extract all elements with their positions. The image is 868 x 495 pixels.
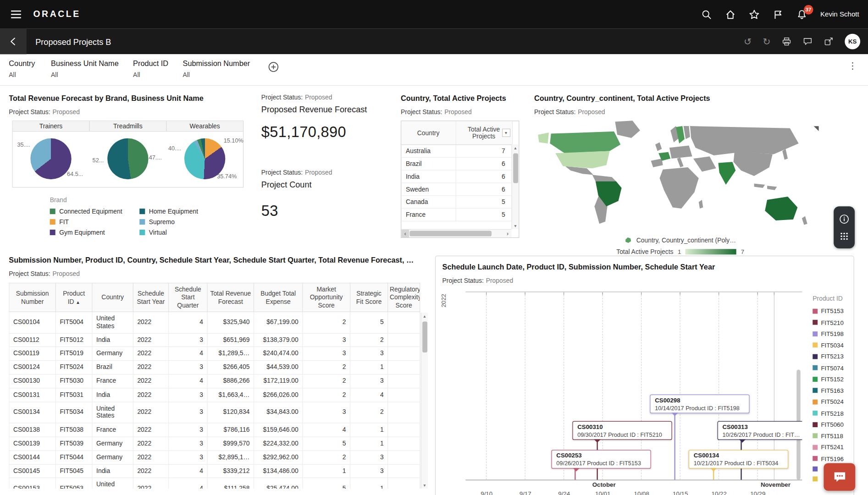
table-row[interactable]: CS00139FIT5039Germany20223 $999,570$224,… xyxy=(9,437,420,451)
user-name[interactable]: Kevin Schott xyxy=(820,11,859,18)
legend-item[interactable]: FIT5213 xyxy=(813,353,852,359)
filter-chip[interactable]: Country All xyxy=(9,59,36,78)
legend-item[interactable]: FIT5152 xyxy=(813,376,852,382)
table-row[interactable]: CS00124FIT5024Brazil20223 $266,405$44,53… xyxy=(9,361,420,374)
kpi-project-count[interactable]: Project Status:Proposed Project Count 53 xyxy=(261,169,394,220)
column-header[interactable]: Country xyxy=(92,283,133,312)
legend-item[interactable]: FIT5210 xyxy=(813,319,852,325)
scrollbar-thumb[interactable] xyxy=(422,321,427,352)
info-button[interactable] xyxy=(839,214,850,225)
vertical-scrollbar[interactable]: ▲ ▼ xyxy=(421,313,428,489)
hamburger-menu-button[interactable] xyxy=(9,8,23,21)
table-row[interactable]: CS00130FIT5030France20224 $886,266$172,1… xyxy=(9,374,420,388)
vertical-scrollbar[interactable]: ▲ ▼ xyxy=(512,144,519,229)
legend-item[interactable]: Connected Equipment xyxy=(50,208,140,214)
scroll-right-icon[interactable]: › xyxy=(504,230,512,237)
pie-chart-trainers[interactable] xyxy=(30,138,71,179)
table-row[interactable]: Canada5 xyxy=(401,195,512,208)
table-row[interactable]: France5 xyxy=(401,208,512,221)
column-header[interactable]: Submission Number xyxy=(9,283,55,312)
filter-chip[interactable]: Business Unit Name All xyxy=(51,59,119,78)
timeline-callout-cs00134[interactable]: CS00134 10/21/2017 Product ID : FIT5034 xyxy=(689,450,788,469)
table-row[interactable]: India6 xyxy=(401,170,512,183)
apps-grid-button[interactable] xyxy=(839,231,849,242)
column-header[interactable]: Budget Total Expense xyxy=(254,283,303,312)
map-zoom-control[interactable] xyxy=(814,126,819,131)
filter-chip[interactable]: Submission Number All xyxy=(183,59,250,78)
legend-item[interactable]: FIT5198 xyxy=(813,330,852,337)
home-button[interactable] xyxy=(725,9,735,20)
legend-item[interactable]: Gym Equipment xyxy=(50,229,140,236)
table-row[interactable]: Australia7 xyxy=(401,144,512,157)
column-header[interactable]: Schedule Start Quarter xyxy=(169,283,208,312)
world-map[interactable] xyxy=(534,120,818,234)
pie-chart-treadmills[interactable] xyxy=(107,138,148,179)
table-row[interactable]: CS00145FIT5045India20224 $339,212$134,48… xyxy=(9,464,420,478)
table-row[interactable]: CS00138FIT5038France20223 $786,116$159,6… xyxy=(9,423,420,437)
scroll-down-icon[interactable]: ▼ xyxy=(512,222,519,229)
column-header[interactable]: Total Revenue Forecast xyxy=(207,283,254,312)
column-header[interactable]: Product ID▲ xyxy=(55,283,92,312)
export-icon xyxy=(824,37,834,47)
legend-item[interactable]: Home Equipment xyxy=(139,208,222,214)
notifications-button[interactable]: 37 xyxy=(796,9,807,20)
kpi-proposed-revenue[interactable]: Project Status:Proposed Proposed Revenue… xyxy=(261,94,394,141)
table-row[interactable]: Sweden6 xyxy=(401,182,512,195)
table-row[interactable]: CS00112FIT5012India20223 $651,969$138,37… xyxy=(9,333,420,347)
comments-button[interactable] xyxy=(803,37,813,47)
filter-chip[interactable]: Product ID All xyxy=(133,59,168,78)
table-row[interactable]: CS00104FIT5004United States20224 $325,94… xyxy=(9,312,420,333)
search-button[interactable] xyxy=(701,9,712,20)
legend-item[interactable]: FIT5218 xyxy=(813,410,852,416)
favorites-button[interactable] xyxy=(749,9,759,20)
table-row[interactable]: CS00153FIT5053United States20224 $111,25… xyxy=(9,478,420,489)
legend-item[interactable]: FIT5196 xyxy=(813,455,852,462)
legend-item[interactable]: FIT5153 xyxy=(813,308,852,314)
timeline-callout-cs00313[interactable]: CS00313 10/26/2017 Product ID : FIT… xyxy=(718,421,802,440)
scroll-up-icon[interactable]: ▲ xyxy=(512,144,519,151)
map-layer-legend[interactable]: Country, Country_continent (Poly… xyxy=(534,237,826,243)
timeline-callout-cs00310[interactable]: CS00310 09/30/2017 Product ID : FIT5210 xyxy=(572,421,672,440)
legend-item[interactable]: FIT5118 xyxy=(813,432,852,439)
column-header[interactable]: Strategic Fit Score xyxy=(350,283,388,312)
legend-item[interactable]: FIT5024 xyxy=(813,398,852,405)
scrollbar-thumb[interactable] xyxy=(513,153,518,183)
column-header[interactable]: Regulatory Complexity Score xyxy=(388,283,420,312)
legend-item[interactable]: FIT5241 xyxy=(813,444,852,450)
table-row[interactable]: CS00131FIT5031India20223 $1,663,4…$266,0… xyxy=(9,388,420,402)
column-header[interactable]: Market Opportunity Score xyxy=(303,283,350,312)
legend-item[interactable]: Virtual xyxy=(139,229,222,236)
column-header[interactable]: Country xyxy=(401,121,455,144)
legend-item[interactable]: FIT5060 xyxy=(813,421,852,428)
feedback-chat-button[interactable] xyxy=(824,463,855,490)
table-row[interactable]: Brazil6 xyxy=(401,157,512,170)
scrollbar-thumb[interactable] xyxy=(409,231,492,236)
legend-item[interactable]: FIT5163 xyxy=(813,387,852,393)
print-button[interactable] xyxy=(782,37,792,47)
legend-item[interactable]: FIT5034 xyxy=(813,341,852,348)
timeline-callout-cs00298[interactable]: CS00298 10/14/2017 Product ID : FIT5198 xyxy=(650,395,749,413)
undo-button[interactable]: ↺ xyxy=(744,37,752,46)
export-button[interactable] xyxy=(824,37,834,47)
announcements-button[interactable] xyxy=(773,9,783,20)
scroll-down-icon[interactable]: ▼ xyxy=(421,482,428,489)
legend-item[interactable]: Supremo xyxy=(139,219,222,225)
add-filter-button[interactable] xyxy=(265,61,282,73)
timeline-plot-area[interactable]: CS00253 09/26/2017 Product ID : FIT5153 … xyxy=(465,292,802,480)
scroll-up-icon[interactable]: ▲ xyxy=(421,313,428,319)
legend-item[interactable]: FIT5074 xyxy=(813,364,852,371)
table-row[interactable]: CS00144FIT5044Germany20223 $2,895,1…$292… xyxy=(9,451,420,464)
canvas-menu-button[interactable]: ⋮ xyxy=(846,61,859,70)
table-row[interactable]: CS00119FIT5019Germany20224 $1,289,5…$240… xyxy=(9,347,420,361)
column-header[interactable]: Total Active Projects▼ xyxy=(456,121,512,144)
table-row[interactable]: CS00134FIT5034United States20223 $120,83… xyxy=(9,402,420,424)
horizontal-scrollbar[interactable]: ‹ › xyxy=(401,229,511,237)
user-avatar[interactable]: KS xyxy=(845,34,860,50)
scroll-left-icon[interactable]: ‹ xyxy=(401,230,409,237)
column-header[interactable]: Schedule Start Year xyxy=(133,283,168,312)
back-button[interactable] xyxy=(0,29,27,55)
timeline-callout-cs00253[interactable]: CS00253 09/26/2017 Product ID : FIT5153 xyxy=(551,450,651,469)
redo-button[interactable]: ↻ xyxy=(763,37,770,46)
column-menu-button[interactable]: ▼ xyxy=(502,128,510,137)
legend-item[interactable]: FIT xyxy=(50,219,140,225)
